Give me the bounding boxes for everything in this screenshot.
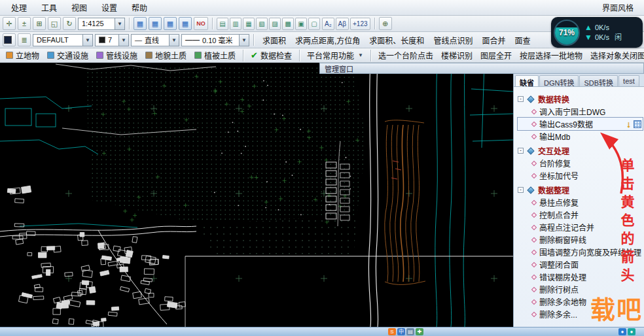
action-button[interactable]: 选一个台阶点击 <box>375 49 437 61</box>
regen-icon[interactable]: ↻ <box>63 17 76 30</box>
action-button[interactable]: 图层全开 <box>477 49 515 61</box>
panel-tab[interactable]: SDB转换 <box>579 75 618 86</box>
zoom-realtime-icon[interactable]: ± <box>18 17 31 30</box>
menu-item[interactable]: 工具 <box>34 1 64 14</box>
anno-style-2-icon[interactable]: ▥ <box>230 18 241 30</box>
plan-view-icon[interactable]: ▦ <box>134 17 147 30</box>
anno-style-1-icon[interactable]: ▤ <box>217 18 228 30</box>
style-combo[interactable]: DEFAULT ▼ <box>33 34 93 46</box>
lang-chinese-icon[interactable]: 中 <box>397 328 405 335</box>
tree-item[interactable]: 控制点合并 <box>518 209 643 221</box>
collapse-icon[interactable]: - <box>518 148 524 154</box>
category-button[interactable]: 管线设施 <box>93 49 141 61</box>
tray-app2-icon[interactable]: ● <box>628 328 635 335</box>
sogou-icon[interactable]: S <box>388 328 396 335</box>
anno-style-7-icon[interactable]: ▣ <box>295 18 307 30</box>
chevron-down-icon[interactable]: ▼ <box>115 18 124 29</box>
measure-button[interactable]: 求两点距离,方位角 <box>291 34 365 46</box>
zoom-window-icon[interactable]: ⊞ <box>33 17 46 30</box>
memory-gauge[interactable]: 71% <box>554 20 580 46</box>
export-grid-icon[interactable] <box>634 120 641 128</box>
speed-ball-widget[interactable]: 71% ▲0K/s ▼0K/s闲 <box>551 17 643 48</box>
map-canvas-svg[interactable] <box>0 63 513 327</box>
scale-combo[interactable]: 1:4125 ▼ <box>78 18 125 30</box>
item-diamond-icon <box>531 286 537 292</box>
label-greek-button[interactable]: Aβ <box>336 18 349 30</box>
action-button[interactable]: 按层选择一批地物 <box>516 49 586 61</box>
tray-app1-icon[interactable]: ● <box>618 328 626 335</box>
tree-item[interactable]: 错误棚房处理 <box>518 271 643 283</box>
menu-item[interactable]: 处理 <box>4 1 34 14</box>
palette-titlebar[interactable]: 管理窗口 <box>319 63 644 74</box>
watermark-text: 载吧 <box>590 290 643 326</box>
group-diamond-icon <box>527 186 534 193</box>
yellow-arrow-icon[interactable]: ↓ <box>626 120 631 129</box>
measure-button[interactable]: 求面积 <box>258 34 291 46</box>
menu-item[interactable]: 设置 <box>94 1 124 14</box>
label-number-button[interactable]: +123 <box>350 18 370 30</box>
chevron-down-icon[interactable]: ▼ <box>82 35 92 46</box>
tree-group-row[interactable]: -数据整理 <box>518 184 643 196</box>
anno-style-3-icon[interactable]: ▦ <box>243 18 255 30</box>
layers-icon[interactable]: ≣ <box>18 33 31 46</box>
tree-item[interactable]: 删除橱窗碎线 <box>518 233 643 246</box>
panel-tab[interactable]: DGN转换 <box>539 75 579 86</box>
tree-item[interactable]: 围墙调整方向宽度及碎线处理 <box>518 246 643 258</box>
category-button[interactable]: 立地物 <box>3 49 43 61</box>
label-sub-button[interactable]: A₂ <box>322 18 334 30</box>
layer-color-combo[interactable]: 7 ▼ <box>95 34 129 46</box>
zoom-extents-icon[interactable]: ◱ <box>48 17 61 30</box>
panel-tab[interactable]: 缺省 <box>515 75 539 86</box>
panel-tab[interactable]: test <box>618 75 639 86</box>
table-view-icon[interactable]: ▦ <box>164 17 177 30</box>
tree-item[interactable]: 调整闭合面 <box>518 258 643 271</box>
tree-group-row[interactable]: -数据转换 <box>518 93 643 105</box>
tree-item[interactable]: 悬挂点修复 <box>518 196 643 209</box>
taskbar[interactable]: S中▤✚ ●● <box>0 327 644 336</box>
grid-off-button[interactable]: NO <box>194 17 208 30</box>
linewidth-sample: —— <box>185 36 200 44</box>
measure-button[interactable]: 求面积、长度和 <box>365 34 429 46</box>
chevron-down-icon[interactable]: ▼ <box>239 35 249 46</box>
tree-group-row[interactable]: -交互处理 <box>518 144 643 157</box>
category-button[interactable]: 交通设施 <box>44 49 92 61</box>
collapse-icon[interactable]: - <box>518 187 524 193</box>
keyboard-icon[interactable]: ▤ <box>406 328 414 335</box>
data-check-button[interactable]: ✔ 数据检查 <box>247 49 295 61</box>
platform-functions-button[interactable]: 平台常用功能 ▼ <box>304 49 367 61</box>
anno-style-4-icon[interactable]: ▧ <box>256 18 268 30</box>
action-button[interactable]: 楼梯识别 <box>438 49 476 61</box>
interface-style-menu[interactable]: 界面风格 <box>602 2 640 13</box>
linewidth-combo[interactable]: —— 0.10 毫米 ▼ <box>181 34 249 46</box>
linetype-combo[interactable]: — 直线 ▼ <box>131 34 179 46</box>
chevron-down-icon[interactable]: ▼ <box>118 35 128 46</box>
tree-item[interactable]: 台阶修复 <box>518 157 643 169</box>
annotation-icon-group: ▤▥▦▧▨▩▣▢ <box>217 18 320 30</box>
tree-item[interactable]: 输出Cass9数据↓ <box>518 118 643 130</box>
tree-item[interactable]: 输出Mdb <box>518 130 643 143</box>
map-canvas[interactable] <box>0 63 513 327</box>
frame-toggle-icon[interactable]: ▦ <box>179 17 192 30</box>
collapse-icon[interactable]: - <box>518 96 524 102</box>
color-swatch-icon[interactable] <box>3 33 16 46</box>
menu-item[interactable]: 视图 <box>64 1 94 14</box>
tool-icon[interactable]: ✚ <box>416 328 423 335</box>
category-button[interactable]: 植被土质 <box>191 49 239 61</box>
anno-style-6-icon[interactable]: ▩ <box>282 18 294 30</box>
action-button[interactable]: 选择对象关闭图层 <box>587 49 644 61</box>
refresh-icon[interactable]: ⊕ <box>379 17 392 30</box>
chevron-down-icon[interactable]: ▼ <box>169 35 179 46</box>
tree-item[interactable]: 调入南宁国土DWG <box>518 105 643 118</box>
measure-button[interactable]: 面合并 <box>477 34 510 46</box>
tree-item[interactable]: 坐标加代号 <box>518 169 643 182</box>
anno-style-8-icon[interactable]: ▢ <box>308 18 320 30</box>
item-diamond-icon <box>531 311 537 316</box>
anno-style-5-icon[interactable]: ▨ <box>269 18 281 30</box>
menu-item[interactable]: 帮助 <box>124 1 154 14</box>
measure-button[interactable]: 面查 <box>510 34 535 46</box>
measure-button[interactable]: 管线点识别 <box>429 34 477 46</box>
pan-icon[interactable]: ✛ <box>3 17 16 30</box>
tree-item[interactable]: 高程点注记合并 <box>518 221 643 233</box>
grid-toggle-icon[interactable]: ▦ <box>149 17 162 30</box>
category-button[interactable]: 地貌土质 <box>142 49 190 61</box>
